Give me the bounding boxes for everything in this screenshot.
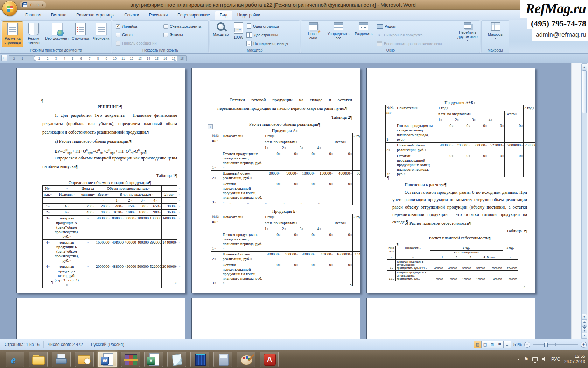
document-page-1[interactable]: ¶ РЕШЕНИЕ:¶ 1. Для разработки 1-го докум… — [16, 68, 186, 293]
taskbar-button[interactable] — [29, 352, 48, 367]
ribbon-tab[interactable]: Вид — [215, 11, 232, 20]
print-layout-button[interactable]: Разметка страницы — [2, 21, 23, 47]
web-layout-button[interactable]: Веб-документ — [44, 21, 70, 47]
show-hidden-icons[interactable]: ▲ — [517, 357, 520, 361]
view-mode-button[interactable]: ⊞ — [489, 341, 496, 348]
zoom-100-button[interactable]: 100% — [231, 21, 246, 48]
split-button[interactable]: Разделить — [353, 21, 374, 48]
taskbar-button[interactable] — [98, 352, 117, 367]
taskbar-button[interactable] — [144, 352, 163, 367]
scroll-up-icon[interactable]: ▲ — [582, 64, 587, 69]
table-cell: 400 — [111, 204, 124, 210]
window-option-button[interactable]: Рядом — [377, 22, 442, 30]
checkbox-option[interactable]: Панель сообщений — [116, 39, 157, 47]
zoom-option-button[interactable]: По ширине страницы — [246, 39, 288, 48]
scrollbar-thumb[interactable] — [582, 70, 587, 113]
taskbar-button[interactable] — [52, 352, 71, 367]
zoom-in-button[interactable]: + — [581, 342, 587, 348]
taskbar-button[interactable] — [6, 352, 24, 367]
arrange-all-button[interactable]: Упорядочить все — [324, 21, 352, 48]
zoom-slider[interactable] — [533, 344, 578, 345]
scroll-down-icon[interactable]: ▼ — [582, 314, 587, 320]
taskbar-button[interactable] — [214, 352, 232, 367]
checkbox-option[interactable]: Эскизы — [163, 30, 201, 39]
quick-access-toolbar: ↶ ↷ ▾ — [20, 1, 46, 8]
redo-icon[interactable]: ↷ — [36, 2, 40, 7]
document-page-2[interactable]: Остатки готовой продукции на складе и ос… — [191, 68, 360, 293]
taskbar-button[interactable] — [167, 352, 186, 367]
view-mode-button[interactable]: ≡ — [503, 341, 511, 348]
taskbar-button[interactable] — [237, 352, 255, 367]
left-indent-marker[interactable] — [33, 57, 36, 61]
save-icon[interactable] — [22, 2, 27, 7]
ruler-number: 12 — [127, 56, 136, 61]
zoom-level[interactable]: 51% — [513, 342, 522, 347]
document-page-5[interactable] — [191, 298, 360, 339]
taskbar-button[interactable] — [121, 352, 140, 367]
zoom-out-button[interactable]: − — [524, 342, 530, 348]
volume-icon[interactable] — [542, 357, 547, 362]
view-mode-button[interactable]: ◫ — [481, 341, 489, 348]
next-page-icon[interactable] — [582, 326, 587, 332]
table-cell: 600000 — [353, 171, 361, 181]
table-cell: 408000 — [264, 252, 281, 262]
zoom-slider-thumb[interactable] — [544, 342, 548, 347]
switch-windows-button[interactable]: Перейти в другое окно ▾ — [456, 21, 479, 48]
table-cell: 4 — [43, 240, 53, 264]
window-option-button[interactable]: Восстановить расположение окна — [377, 39, 442, 48]
status-segment[interactable]: Страница: 1 из 16 — [1, 341, 44, 348]
checkbox-option[interactable]: Сетка — [116, 30, 157, 39]
table-cell: 500 — [136, 204, 149, 210]
checkbox-option[interactable]: Линейка — [116, 22, 157, 30]
ribbon-tab[interactable]: Главная — [20, 11, 46, 20]
view-mode-icon — [28, 23, 39, 35]
clock[interactable]: 12:55 26.07.2013 — [564, 354, 585, 364]
office-button[interactable] — [2, 1, 18, 16]
previous-page-icon[interactable] — [582, 320, 587, 326]
checkbox-option[interactable]: Схема документа — [163, 22, 201, 30]
view-mode-button[interactable]: ≣ — [496, 341, 504, 348]
table-cell: 0 — [524, 153, 536, 177]
zoom-button[interactable]: Масштаб — [211, 21, 230, 48]
document-page-6[interactable] — [366, 298, 536, 339]
ribbon-tab[interactable]: Рецензирование — [173, 11, 215, 20]
taskbar-button[interactable] — [75, 352, 94, 367]
taskbar-button[interactable] — [260, 352, 279, 367]
ribbon-tab[interactable]: Разметка страницы — [71, 11, 119, 20]
new-window-button[interactable]: Новое окно — [303, 21, 324, 48]
reading-mode-button[interactable]: Режим чтения — [23, 21, 44, 47]
table-move-handle-icon[interactable]: + — [208, 124, 213, 129]
window-option-button[interactable]: Синхронная прокрутка — [377, 30, 442, 39]
network-icon[interactable] — [532, 357, 538, 361]
ribbon-tab[interactable]: Ссылки — [119, 11, 144, 20]
draft-button[interactable]: Черновик — [91, 21, 111, 47]
zoom-option-button[interactable]: Одна страница — [246, 22, 288, 30]
table-cell: 488000 — [111, 264, 124, 288]
ribbon-tab[interactable]: Рассылки — [144, 11, 173, 20]
taskbar-button[interactable] — [190, 352, 209, 367]
table-cell: 2 — [454, 117, 471, 123]
select-browse-object-icon[interactable]: ● — [582, 333, 587, 339]
qat-dropdown-icon[interactable]: ▾ — [42, 3, 43, 7]
tab-selector[interactable]: ∟ — [1, 55, 7, 61]
status-segment[interactable]: Число слов: 2 472 — [44, 341, 87, 348]
ribbon-tab[interactable]: Надстройки — [232, 11, 265, 20]
view-mode-button[interactable]: ▤ — [474, 341, 482, 348]
vertical-scrollbar[interactable]: ▲ ▼ ● — [581, 63, 587, 339]
table-cell: в т.ч. по кварталам — [264, 220, 334, 226]
watermark-site: RefMag.ru — [520, 0, 588, 18]
status-segment[interactable]: Русский (Россия) — [87, 341, 128, 348]
document-page-3[interactable]: Продукция А+Б №№ ппПоказатели1 год2 годв… — [366, 68, 536, 293]
outline-button[interactable]: Структура — [70, 21, 91, 47]
chevron-down-icon: ▾ — [456, 39, 479, 43]
undo-icon[interactable]: ↶ — [29, 2, 34, 7]
language-indicator[interactable]: РУС — [551, 356, 560, 362]
action-center-icon[interactable]: ⚑ — [524, 356, 528, 362]
macros-button[interactable]: Макросы ▾ — [483, 21, 508, 48]
zoom-option-button[interactable]: Две страницы — [246, 30, 288, 39]
ribbon-tab[interactable]: Вставка — [46, 11, 72, 20]
horizontal-ruler[interactable]: 21123456789101112131415161718 — [9, 55, 187, 61]
document-page-4[interactable] — [16, 298, 186, 339]
right-indent-marker[interactable] — [173, 57, 176, 61]
ribbon: Разметка страницы Режим чтения Веб-докум… — [0, 20, 588, 54]
